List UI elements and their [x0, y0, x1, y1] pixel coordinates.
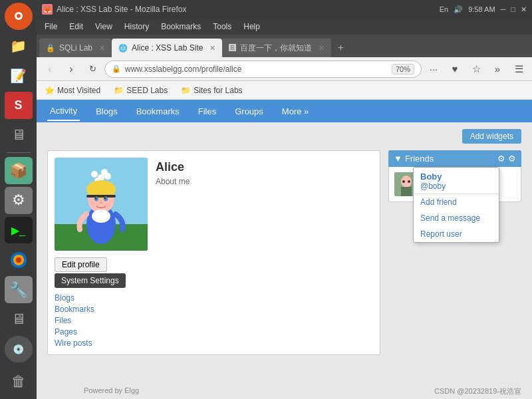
tab-alice[interactable]: 🌐 Alice : XSS Lab Site ✕: [112, 39, 222, 57]
system-settings-tooltip: System Settings: [55, 273, 126, 288]
svg-point-29: [408, 180, 410, 183]
menu-file[interactable]: File: [39, 21, 63, 33]
nav-more[interactable]: More »: [279, 102, 311, 120]
boby-name: Boby: [420, 172, 492, 182]
bookmark-seed-labs[interactable]: 📁 SEED Labs: [111, 84, 170, 96]
page-footer: Powered by Elgg CSDN @20232819-祝浩宣: [73, 384, 532, 399]
tab-baidu[interactable]: 🅱 百度一下，你就知道 ✕: [222, 39, 331, 57]
bookmark-seed-labs-label: SEED Labs: [126, 86, 168, 95]
profile-card: Alice About me Edit profile System Setti…: [47, 150, 380, 355]
maximize-btn[interactable]: □: [511, 5, 515, 13]
tab-alice-favicon: 🌐: [118, 44, 128, 53]
svg-point-23: [104, 202, 111, 206]
nav-files[interactable]: Files: [196, 102, 219, 120]
dock-s-app[interactable]: S: [5, 92, 33, 119]
tab-sqli[interactable]: 🔒 SQLi Lab ✕: [39, 39, 112, 57]
bookmark-heart-button[interactable]: ♥: [446, 60, 464, 78]
page-content: Add widgets: [37, 122, 532, 399]
tab-alice-label: Alice : XSS Lab Site: [132, 43, 203, 53]
new-tab-button[interactable]: +: [331, 39, 350, 57]
profile-link-files[interactable]: Files: [55, 316, 373, 325]
dock-terminal[interactable]: ▶_: [5, 217, 33, 244]
nav-activity[interactable]: Activity: [47, 102, 80, 121]
bookmark-most-visited[interactable]: ⭐ Most Visited: [42, 84, 103, 96]
tab-sqli-label: SQLi Lab: [59, 43, 92, 53]
dock-settings[interactable]: ⚙: [5, 187, 33, 214]
minimize-btn[interactable]: ─: [501, 5, 506, 13]
dock-monitor[interactable]: 🖥: [5, 306, 33, 333]
svg-point-19: [95, 198, 97, 200]
dock-files[interactable]: 📁: [5, 33, 33, 60]
bookmark-most-visited-label: Most Visited: [57, 86, 100, 95]
profile-links: Blogs Bookmarks Files Pages Wire posts: [55, 293, 373, 348]
menu-history[interactable]: History: [119, 21, 154, 33]
edit-profile-button[interactable]: Edit profile: [55, 257, 107, 272]
dock-display[interactable]: 🖥: [5, 122, 33, 149]
profile-link-pages[interactable]: Pages: [55, 327, 373, 336]
nav-bar: ‹ › ↻ 🔒 www.xsslabelgg.com/profile/alice…: [37, 57, 532, 81]
svg-point-22: [91, 202, 98, 206]
svg-point-21: [100, 202, 102, 204]
volume-icon: 🔊: [454, 5, 463, 14]
folder-icon-seed: 📁: [114, 86, 124, 95]
refresh-button[interactable]: ↻: [83, 60, 102, 78]
bookmark-icon: ⭐: [45, 86, 55, 95]
svg-point-20: [104, 198, 106, 200]
dock-firefox[interactable]: [5, 246, 33, 273]
profile-name: Alice: [156, 160, 190, 174]
report-user-item[interactable]: Report user: [414, 226, 499, 242]
menu-bookmarks[interactable]: Bookmarks: [156, 21, 206, 33]
back-button[interactable]: ‹: [41, 60, 59, 78]
tab-baidu-close[interactable]: ✕: [319, 44, 325, 53]
menu-tools[interactable]: Tools: [207, 21, 237, 33]
tab-alice-close[interactable]: ✕: [209, 44, 215, 53]
svg-rect-27: [401, 187, 412, 196]
friends-body: Boby @boby Add friend Send a message Rep…: [388, 167, 521, 202]
hamburger-menu[interactable]: ☰: [509, 60, 528, 78]
nav-blogs[interactable]: Blogs: [93, 102, 120, 120]
profile-link-wire[interactable]: Wire posts: [55, 338, 373, 348]
menu-help[interactable]: Help: [238, 21, 265, 33]
dock-package[interactable]: 📦: [5, 157, 33, 184]
tab-sqli-favicon: 🔒: [46, 44, 55, 53]
nav-groups[interactable]: Groups: [232, 102, 266, 120]
extensions-button[interactable]: »: [488, 60, 507, 78]
boby-popup-header: Boby @boby: [414, 168, 499, 194]
dock-trash[interactable]: 🗑: [5, 368, 33, 395]
dock-dvd[interactable]: 💿: [5, 336, 33, 363]
dock-tool2[interactable]: 🔧: [5, 276, 33, 303]
dock-separator: [7, 152, 31, 153]
friends-header: ▼ Friends ⚙ ⚙: [388, 150, 521, 167]
more-options-button[interactable]: ···: [424, 60, 443, 78]
bookmark-sites-for-labs[interactable]: 📁 Sites for Labs: [178, 84, 245, 96]
forward-button[interactable]: ›: [62, 60, 80, 78]
nav-bookmarks[interactable]: Bookmarks: [134, 102, 182, 120]
menu-edit[interactable]: Edit: [64, 21, 88, 33]
friends-gear-icon[interactable]: ⚙: [497, 154, 505, 164]
friends-settings-icon[interactable]: ⚙: [508, 154, 516, 164]
friends-header-icons: ⚙ ⚙: [497, 154, 516, 164]
add-widgets-button[interactable]: Add widgets: [462, 129, 521, 144]
profile-header: Alice About me: [55, 158, 373, 251]
time-display: 9:58 AM: [468, 5, 495, 13]
dock-ubuntu[interactable]: [5, 3, 33, 30]
svg-point-5: [16, 257, 21, 263]
close-btn[interactable]: ✕: [521, 5, 527, 14]
add-friend-item[interactable]: Add friend: [414, 194, 499, 210]
profile-link-blogs[interactable]: Blogs: [55, 293, 373, 303]
friends-triangle-icon: ▼: [394, 154, 402, 164]
folder-icon-sites: 📁: [181, 86, 191, 95]
tab-baidu-favicon: 🅱: [229, 44, 236, 52]
bookmark-star-button[interactable]: ☆: [467, 60, 485, 78]
url-bar[interactable]: 🔒 www.xsslabelgg.com/profile/alice 70%: [104, 61, 422, 78]
menu-view[interactable]: View: [90, 21, 118, 33]
send-message-item[interactable]: Send a message: [414, 210, 499, 226]
svg-point-12: [101, 169, 108, 176]
dock-editor[interactable]: 📝: [5, 62, 33, 89]
page-navigation: Activity Blogs Bookmarks Files Groups Mo…: [37, 100, 532, 122]
svg-point-9: [91, 171, 98, 178]
tab-sqli-close[interactable]: ✕: [99, 44, 105, 53]
profile-link-bookmarks[interactable]: Bookmarks: [55, 305, 373, 314]
svg-point-2: [17, 14, 21, 18]
bookmarks-bar: ⭐ Most Visited 📁 SEED Labs 📁 Sites for L…: [37, 81, 532, 100]
